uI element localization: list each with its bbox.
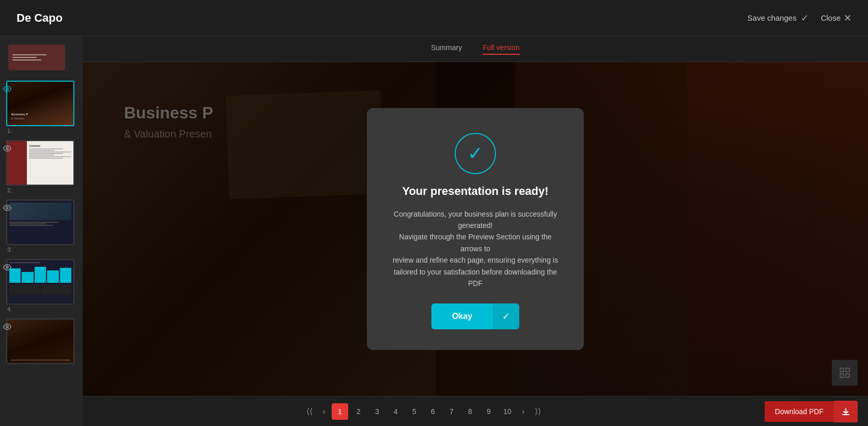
svg-point-4 xyxy=(6,326,8,328)
pagination-bar: ⟨⟨ ‹ 1 2 3 4 5 6 7 8 9 10 › ⟩⟩ Download … xyxy=(83,396,868,426)
slide-4-thumbnail xyxy=(6,259,74,305)
slide-thumb-1[interactable]: Business P & Valuation 1. xyxy=(0,81,83,134)
page-6-button[interactable]: 6 xyxy=(425,403,441,420)
checkmark-icon: ✓ xyxy=(801,12,809,24)
save-changes-button[interactable]: Save changes ✓ xyxy=(748,12,809,24)
sidebar: Business P & Valuation 1. Contents xyxy=(0,36,83,426)
download-arrow-icon xyxy=(841,407,850,416)
slide-thumb-2[interactable]: Contents 2. xyxy=(0,140,83,193)
page-9-button[interactable]: 9 xyxy=(481,403,497,420)
okay-button[interactable]: Okay xyxy=(431,303,493,329)
page-1-button[interactable]: 1 xyxy=(332,403,348,420)
page-10-button[interactable]: 10 xyxy=(499,403,516,420)
close-label: Close xyxy=(821,13,841,22)
app-title: De Capo xyxy=(17,11,63,25)
success-checkmark-icon: ✓ xyxy=(468,143,483,164)
svg-point-2 xyxy=(6,207,8,209)
download-icon-button[interactable] xyxy=(834,401,858,422)
slide-thumb-5[interactable] xyxy=(0,318,83,366)
sidebar-menu-icon[interactable] xyxy=(0,40,83,74)
svg-point-3 xyxy=(6,266,8,268)
download-pdf-container: Download PDF xyxy=(765,401,858,422)
first-page-button[interactable]: ⟨⟨ xyxy=(302,403,317,419)
modal-overlay: ✓ Your presentation is ready! Congratula… xyxy=(83,62,868,396)
eye-icon-3 xyxy=(3,204,11,212)
close-button[interactable]: Close ✕ xyxy=(821,12,851,24)
okay-check-button[interactable]: ✓ xyxy=(493,303,519,329)
page-8-button[interactable]: 8 xyxy=(462,403,478,420)
top-bar: De Capo Save changes ✓ Close ✕ xyxy=(0,0,868,36)
save-changes-label: Save changes xyxy=(748,13,797,22)
main-layout: Business P & Valuation 1. Contents xyxy=(0,36,868,426)
tab-summary[interactable]: Summary xyxy=(431,43,462,55)
page-2-button[interactable]: 2 xyxy=(350,403,367,420)
slide-number-2: 2. xyxy=(6,186,76,193)
slide-5-thumbnail xyxy=(6,318,74,364)
modal-title: Your presentation is ready! xyxy=(402,185,548,198)
slide-number-3: 3. xyxy=(6,245,76,253)
slide-background: Business P & Valuation Presen ✓ Your pre… xyxy=(83,62,868,396)
eye-icon-4 xyxy=(3,263,11,271)
okay-checkmark-icon: ✓ xyxy=(502,311,510,322)
eye-icon-1 xyxy=(3,85,11,93)
page-4-button[interactable]: 4 xyxy=(388,403,404,420)
modal-button-row: Okay ✓ xyxy=(431,303,519,329)
slide-viewer: Business P & Valuation Presen ✓ Your pre… xyxy=(83,62,868,396)
page-3-button[interactable]: 3 xyxy=(369,403,385,420)
eye-icon-2 xyxy=(3,144,11,153)
svg-point-1 xyxy=(6,147,8,149)
prev-page-button[interactable]: ‹ xyxy=(319,404,330,419)
slide-thumb-4[interactable]: 4. xyxy=(0,259,83,312)
top-bar-right: Save changes ✓ Close ✕ xyxy=(748,12,851,24)
page-controls: ⟨⟨ ‹ 1 2 3 4 5 6 7 8 9 10 › ⟩⟩ xyxy=(83,403,765,420)
modal-box: ✓ Your presentation is ready! Congratula… xyxy=(367,108,584,351)
slide-number-4: 4. xyxy=(6,305,76,312)
slide-thumb-3[interactable]: 3. xyxy=(0,200,83,253)
download-pdf-button[interactable]: Download PDF xyxy=(765,401,834,422)
slide-number-5 xyxy=(6,364,76,366)
success-circle: ✓ xyxy=(455,133,496,174)
next-page-button[interactable]: › xyxy=(518,404,529,419)
eye-icon-5 xyxy=(3,323,11,331)
close-x-icon: ✕ xyxy=(844,12,851,24)
slide-2-thumbnail: Contents xyxy=(6,140,74,186)
tabs-bar: Summary Full version xyxy=(83,36,868,62)
page-7-button[interactable]: 7 xyxy=(443,403,460,420)
svg-point-0 xyxy=(6,88,8,90)
modal-description: Congratulations, your business plan is s… xyxy=(388,208,563,290)
slide-3-thumbnail xyxy=(6,200,74,245)
tab-fullversion[interactable]: Full version xyxy=(483,43,520,55)
last-page-button[interactable]: ⟩⟩ xyxy=(531,403,545,419)
content-area: Summary Full version Business P & Valuat… xyxy=(83,36,868,426)
page-5-button[interactable]: 5 xyxy=(406,403,423,420)
slide-1-thumbnail: Business P & Valuation xyxy=(6,81,74,126)
slide-number-1: 1. xyxy=(6,126,76,134)
